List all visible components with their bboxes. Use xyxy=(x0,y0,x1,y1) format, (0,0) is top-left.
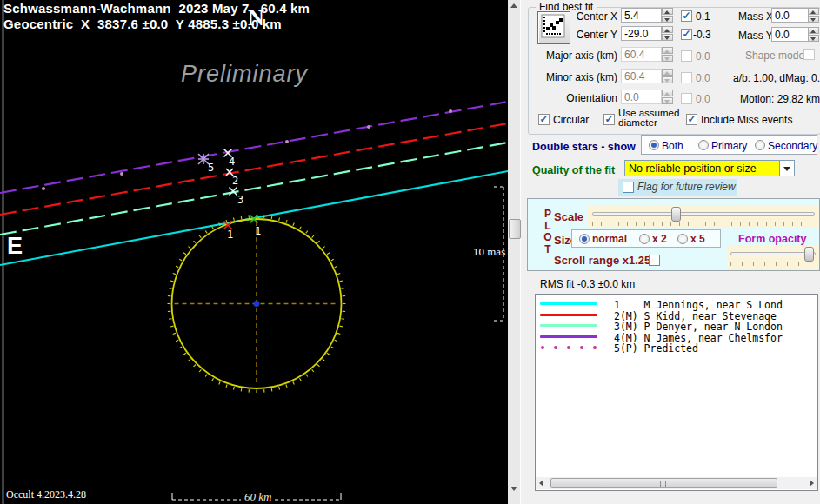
scroll-range-checkbox[interactable] xyxy=(649,255,660,266)
minor-axis-spinner xyxy=(662,69,673,83)
double-stars-secondary-radio[interactable] xyxy=(755,140,765,150)
legend-horizontal-scrollbar[interactable] xyxy=(536,477,817,489)
quality-label: Quality of the fit xyxy=(532,164,615,176)
mass-y-label: Mass Y xyxy=(738,30,773,42)
center-y-input[interactable] xyxy=(621,26,662,41)
assumed-diameter-checkbox[interactable] xyxy=(603,114,615,125)
preliminary-watermark: Preliminary xyxy=(181,61,308,88)
circle-tick xyxy=(335,266,337,267)
circle-tick xyxy=(188,359,190,361)
predicted-path-dot xyxy=(367,125,370,129)
double-stars-both-label: Both xyxy=(662,140,683,152)
form-opacity-thumb[interactable] xyxy=(804,247,814,262)
double-stars-secondary-label: Secondary xyxy=(768,140,817,152)
scroll-up-icon[interactable] xyxy=(510,3,517,8)
circular-checkbox[interactable] xyxy=(538,114,550,125)
center-x-input[interactable] xyxy=(621,8,662,23)
circle-tick xyxy=(179,347,182,348)
ab-dmag-label: a/b: 1.00, dMag: 0.00 xyxy=(733,72,820,84)
orientation-step-checkbox xyxy=(681,93,692,104)
legend-line-swatch xyxy=(540,314,597,316)
size-normal-radio[interactable] xyxy=(579,234,590,244)
occult-chord-plot-window: 452311 Schwassmann-Wachmann 2023 May 7 6… xyxy=(0,0,820,504)
circle-tick xyxy=(241,388,242,391)
size-normal-label: normal xyxy=(592,233,627,245)
minor-axis-step-label: 0.0 xyxy=(696,72,710,84)
circle-tick xyxy=(341,319,343,320)
scroll-left-icon[interactable] xyxy=(539,480,543,487)
center-y-step-checkbox[interactable] xyxy=(681,29,692,40)
circle-tick xyxy=(340,326,343,327)
circle-tick xyxy=(340,281,343,282)
circle-tick xyxy=(212,227,214,229)
rms-fit-label: RMS fit -0.3 ±0.0 km xyxy=(540,278,635,290)
quality-combobox-button[interactable] xyxy=(779,160,795,176)
circle-tick xyxy=(173,333,176,334)
circle-tick xyxy=(199,235,201,238)
mass-x-input[interactable] xyxy=(771,8,809,23)
circle-tick xyxy=(271,216,272,219)
circle-tick xyxy=(337,333,340,334)
vertical-scrollbar[interactable] xyxy=(508,0,521,504)
circle-tick xyxy=(306,375,308,377)
mass-y-input[interactable] xyxy=(771,27,809,42)
major-axis-spinner xyxy=(662,47,673,62)
orientation-step-label: 0.0 xyxy=(696,93,710,105)
size-x2-radio[interactable] xyxy=(639,234,650,244)
legend-row[interactable]: 4(M) N James, near Chelmsfor xyxy=(536,332,817,342)
minor-axis-label: Minor axis (km) xyxy=(522,71,617,83)
circle-tick xyxy=(188,247,190,249)
assumed-diameter-label: Use assumed diameter xyxy=(618,109,681,128)
circle-tick xyxy=(312,235,314,238)
event-marker-label: 1 xyxy=(255,225,261,237)
center-x-step-checkbox[interactable] xyxy=(681,10,692,22)
vertical-scrollbar-thumb[interactable] xyxy=(509,219,521,239)
scroll-down-icon[interactable] xyxy=(510,487,517,491)
center-y-step-label: -0.3 xyxy=(693,29,711,41)
form-opacity-slider[interactable] xyxy=(727,245,819,269)
flag-review-label: Flag for future review xyxy=(637,181,736,193)
center-y-spinner[interactable] xyxy=(662,26,673,41)
scale-label: Scale xyxy=(554,210,583,223)
major-axis-step-label: 0.0 xyxy=(696,50,710,63)
mass-x-spinner[interactable] xyxy=(808,8,819,23)
legend-row[interactable]: 2(M) S Kidd, near Stevenage xyxy=(536,310,817,321)
circle-tick xyxy=(205,375,207,377)
legend-line-swatch xyxy=(540,335,597,338)
plot-title-line2: Geocentric X 3837.6 ±0.0 Y 4885.3 ±0.0 k… xyxy=(3,17,282,31)
center-x-spinner[interactable] xyxy=(662,8,673,23)
predicted-path-dot xyxy=(120,172,123,176)
scroll-range-label: Scroll range x1.25 xyxy=(554,254,650,267)
observer-legend-list[interactable]: 1 M Jennings, near S Lond2(M) S Kidd, ne… xyxy=(535,294,818,491)
legend-line-swatch xyxy=(540,324,597,327)
legend-hscrollbar-thumb[interactable] xyxy=(550,478,777,488)
double-stars-primary-radio[interactable] xyxy=(698,140,709,150)
legend-row[interactable]: 3(M) P Denyer, near N London xyxy=(536,321,817,331)
scale-slider-ticks xyxy=(592,222,815,226)
circle-tick xyxy=(337,273,340,274)
event-marker-label: 3 xyxy=(237,194,243,206)
flag-review-checkbox[interactable] xyxy=(623,182,634,193)
scale-slider[interactable] xyxy=(588,206,819,228)
circle-tick xyxy=(279,387,280,389)
circle-tick xyxy=(176,266,178,267)
circle-tick xyxy=(199,369,201,372)
center-x-step-label: 0.1 xyxy=(696,10,710,23)
circle-tick xyxy=(331,259,334,261)
circular-label: Circular xyxy=(553,114,589,126)
scale-slider-thumb[interactable] xyxy=(671,207,681,222)
major-axis-label: Major axis (km) xyxy=(522,50,617,62)
plot-area[interactable]: 452311 Schwassmann-Wachmann 2023 May 7 6… xyxy=(0,0,508,504)
size-x5-radio[interactable] xyxy=(677,234,688,244)
quality-combobox-value[interactable]: No reliable position or size xyxy=(624,160,780,176)
mass-y-spinner[interactable] xyxy=(808,27,819,42)
motion-label: Motion: 29.82 km/s xyxy=(740,93,820,105)
scroll-right-icon[interactable] xyxy=(810,480,814,487)
circle-tick xyxy=(205,231,207,234)
legend-row[interactable]: 5(P) Predicted xyxy=(536,342,817,353)
circle-tick xyxy=(173,273,176,274)
double-stars-both-radio[interactable] xyxy=(649,140,659,150)
legend-row[interactable]: 1 M Jennings, near S Lond xyxy=(536,299,817,309)
miss-events-checkbox[interactable] xyxy=(686,114,697,125)
form-opacity-ticks xyxy=(730,262,816,266)
